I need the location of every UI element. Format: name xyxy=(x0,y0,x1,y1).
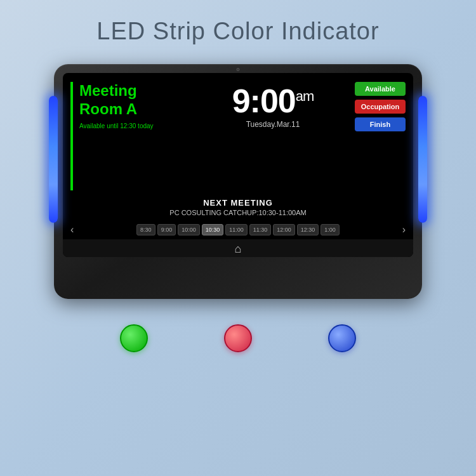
time-display: 9:00am xyxy=(232,84,314,117)
dot-green xyxy=(120,324,148,352)
time-slot-830[interactable]: 8:30 xyxy=(136,224,155,235)
room-info: Meeting Room A Available until 12:30 tod… xyxy=(70,82,197,190)
led-strip-left xyxy=(49,96,58,223)
ampm: am xyxy=(296,88,314,104)
date-display: Tuesday.Mar.11 xyxy=(246,120,300,129)
led-strip-right xyxy=(418,96,427,223)
status-finish-button[interactable]: Finish xyxy=(355,117,406,131)
time-slot-100[interactable]: 1:00 xyxy=(321,224,340,235)
home-icon[interactable]: ⌂ xyxy=(235,242,242,256)
time-slot-1000[interactable]: 10:00 xyxy=(178,224,200,235)
device-frame: Meeting Room A Available until 12:30 tod… xyxy=(54,64,422,299)
room-status: Available until 12:30 today xyxy=(79,122,197,129)
screen-top: Meeting Room A Available until 12:30 tod… xyxy=(63,73,413,195)
time-slot-1100[interactable]: 11:00 xyxy=(225,224,248,235)
meeting-details: PC COSULTING CATCHUP:10:30-11:00AM xyxy=(70,209,406,216)
status-available-button[interactable]: Available xyxy=(355,82,406,96)
time-slot-1130[interactable]: 11:30 xyxy=(249,224,272,235)
status-occupation-button[interactable]: Occupation xyxy=(355,100,406,114)
timeline-right-arrow[interactable]: › xyxy=(400,224,408,235)
dot-red xyxy=(224,324,252,352)
room-name-line2: Room A xyxy=(79,100,137,117)
color-indicators xyxy=(120,324,356,352)
time-slot-1030[interactable]: 10:30 xyxy=(202,224,224,235)
time-slot-1230[interactable]: 12:30 xyxy=(297,224,319,235)
room-name: Meeting Room A xyxy=(79,82,197,119)
timeline-left-arrow[interactable]: ‹ xyxy=(68,224,76,235)
time-value: 9:00 xyxy=(232,83,296,119)
timeline-section: ‹ 8:30 9:00 10:00 10:30 11:00 11:30 12:0… xyxy=(63,220,413,239)
room-name-line1: Meeting xyxy=(79,82,137,99)
next-meeting-label: NEXT MEETING xyxy=(70,198,406,208)
screen: Meeting Room A Available until 12:30 tod… xyxy=(63,73,413,257)
dot-blue xyxy=(328,324,356,352)
device-wrapper: Meeting Room A Available until 12:30 tod… xyxy=(54,64,422,299)
page-title: LED Strip Color Indicator xyxy=(96,18,379,45)
time-panel: 9:00am Tuesday.Mar.11 xyxy=(204,82,342,190)
time-slot-900[interactable]: 9:00 xyxy=(157,224,176,235)
time-slot-1200[interactable]: 12:00 xyxy=(273,224,295,235)
timeline-slots: 8:30 9:00 10:00 10:30 11:00 11:30 12:00 … xyxy=(78,224,397,235)
camera-dot xyxy=(237,68,240,71)
meeting-section: NEXT MEETING PC COSULTING CATCHUP:10:30-… xyxy=(63,195,413,220)
status-panel: Available Occupation Finish xyxy=(348,82,406,190)
home-button-area: ⌂ xyxy=(63,239,413,257)
